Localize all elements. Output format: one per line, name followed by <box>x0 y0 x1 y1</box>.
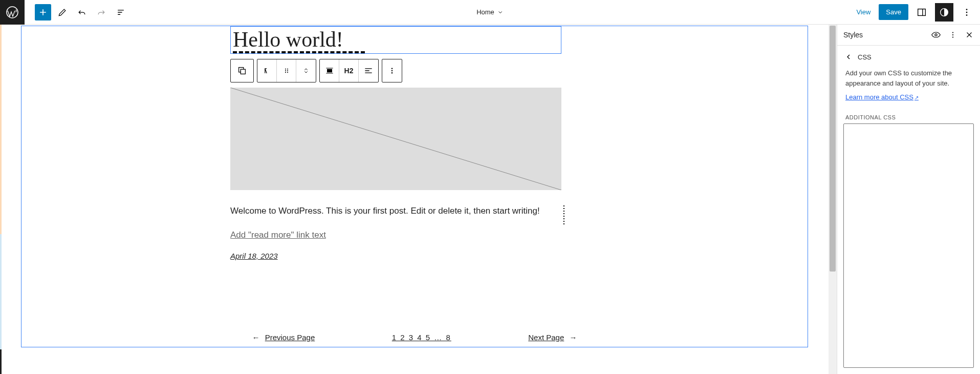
svg-point-5 <box>966 14 968 16</box>
edit-tool-icon[interactable] <box>54 4 71 20</box>
excerpt-text: Welcome to WordPress. This is your first… <box>230 204 561 218</box>
pagination: ← Previous Page 1 2 3 4 5 … 8 Next Page … <box>249 333 580 342</box>
svg-point-12 <box>285 72 286 73</box>
svg-point-17 <box>391 72 393 74</box>
svg-point-8 <box>285 69 286 70</box>
scrollbar-thumb[interactable] <box>830 26 836 272</box>
pagination-prev[interactable]: ← Previous Page <box>249 333 315 342</box>
move-arrows-icon[interactable] <box>296 59 316 82</box>
drag-handle-icon[interactable] <box>277 59 296 82</box>
svg-point-4 <box>966 11 968 13</box>
more-options-icon[interactable] <box>957 3 976 22</box>
svg-point-22 <box>952 36 953 37</box>
block-toolbar: H2 <box>230 59 787 82</box>
heading-text[interactable]: Hello world! <box>233 28 559 51</box>
svg-point-11 <box>287 70 288 71</box>
svg-rect-1 <box>918 9 926 15</box>
editor-canvas-area: Hello world! <box>2 25 829 374</box>
wordpress-logo[interactable] <box>0 0 25 25</box>
external-link-icon: ↗ <box>914 95 919 100</box>
editor-scrollbar[interactable] <box>829 25 837 374</box>
close-icon[interactable] <box>965 30 974 39</box>
top-toolbar: Home View Save <box>0 0 980 25</box>
save-button[interactable]: Save <box>879 4 908 20</box>
block-type-icon[interactable] <box>231 59 253 82</box>
arrow-right-icon: → <box>569 333 577 342</box>
post-date[interactable]: April 18, 2023 <box>230 252 787 260</box>
pagination-next[interactable]: Next Page → <box>528 333 580 342</box>
styles-sidebar: Styles CSS Add your own CSS to cu <box>837 25 980 374</box>
sidebar-section-title: CSS <box>858 53 872 61</box>
transform-icon[interactable] <box>257 59 277 82</box>
heading-block[interactable]: Hello world! <box>230 26 561 54</box>
post-excerpt-block[interactable]: Welcome to WordPress. This is your first… <box>230 204 561 218</box>
svg-point-21 <box>952 34 953 35</box>
heading-level-button[interactable]: H2 <box>339 59 359 82</box>
sidebar-description: Add your own CSS to customize the appear… <box>837 65 980 91</box>
pagination-numbers[interactable]: 1 2 3 4 5 … 8 <box>392 333 451 342</box>
add-block-button[interactable] <box>35 4 51 20</box>
right-tool-group: View Save <box>852 3 980 22</box>
learn-more-link[interactable]: Learn more about CSS↗ <box>837 91 980 108</box>
svg-point-3 <box>966 9 968 10</box>
chevron-left-icon <box>844 53 853 61</box>
additional-css-label: ADDITIONAL CSS <box>837 108 980 123</box>
sidebar-more-icon[interactable] <box>948 30 957 39</box>
block-drag-indicator[interactable] <box>563 205 564 224</box>
page-title: Home <box>476 8 494 16</box>
sidebar-header: Styles <box>837 25 980 46</box>
svg-rect-7 <box>241 69 245 74</box>
svg-point-20 <box>952 32 953 33</box>
list-view-icon[interactable] <box>113 4 129 20</box>
sidebar-toggle-icon[interactable] <box>912 3 931 22</box>
styles-toggle-icon[interactable] <box>935 3 953 22</box>
svg-line-18 <box>230 88 561 190</box>
view-link[interactable]: View <box>852 8 875 16</box>
featured-image-placeholder[interactable] <box>230 88 561 190</box>
redo-icon[interactable] <box>93 4 110 20</box>
block-more-icon[interactable] <box>382 59 402 82</box>
additional-css-textarea[interactable] <box>843 123 974 368</box>
document-title-dropdown[interactable]: Home <box>476 8 504 16</box>
sidebar-breadcrumb[interactable]: CSS <box>837 46 980 65</box>
svg-point-15 <box>391 68 393 70</box>
canvas-frame[interactable]: Hello world! <box>21 26 808 347</box>
svg-point-9 <box>287 69 288 70</box>
undo-icon[interactable] <box>74 4 90 20</box>
left-tool-group <box>25 4 129 20</box>
chevron-down-icon <box>497 9 504 15</box>
arrow-left-icon: ← <box>252 333 260 342</box>
text-align-icon[interactable] <box>359 59 378 82</box>
svg-point-10 <box>285 70 286 71</box>
svg-point-13 <box>287 72 288 73</box>
heading-underline <box>233 51 365 53</box>
svg-point-19 <box>935 34 937 36</box>
svg-rect-14 <box>327 69 332 73</box>
svg-point-16 <box>391 70 393 72</box>
align-icon[interactable] <box>320 59 339 82</box>
read-more-link[interactable]: Add "read more" link text <box>230 230 787 240</box>
eye-icon[interactable] <box>931 30 941 40</box>
sidebar-title: Styles <box>843 31 927 39</box>
